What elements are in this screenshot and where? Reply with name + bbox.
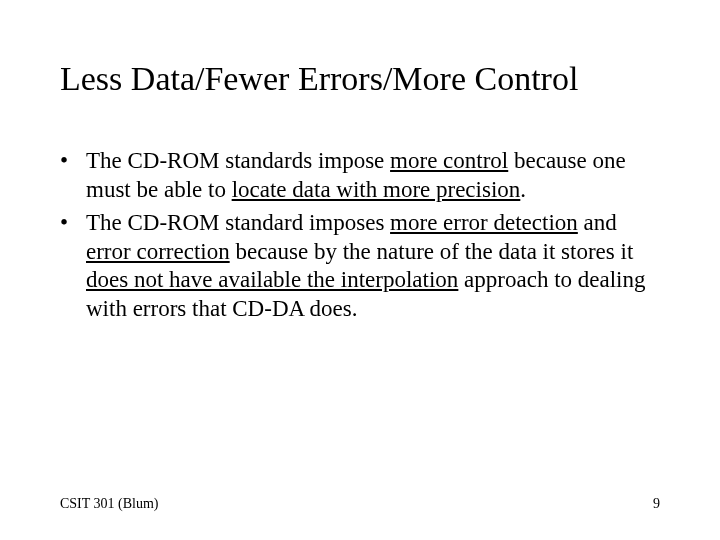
text-run: and bbox=[578, 210, 617, 235]
bullet-dot: • bbox=[60, 209, 86, 324]
slide-title: Less Data/Fewer Errors/More Control bbox=[60, 60, 660, 97]
bullet-dot: • bbox=[60, 147, 86, 205]
text-run: The CD-ROM standard imposes bbox=[86, 210, 390, 235]
underline-run: error correction bbox=[86, 239, 230, 264]
bullet-text: The CD-ROM standards impose more control… bbox=[86, 147, 660, 205]
slide-number: 9 bbox=[653, 496, 660, 512]
bullet-text: The CD-ROM standard imposes more error d… bbox=[86, 209, 660, 324]
underline-run: more control bbox=[390, 148, 508, 173]
underline-run: locate data with more precision bbox=[232, 177, 521, 202]
underline-run: does not have available the interpolatio… bbox=[86, 267, 458, 292]
text-run: The CD-ROM standards impose bbox=[86, 148, 390, 173]
slide: Less Data/Fewer Errors/More Control • Th… bbox=[0, 0, 720, 540]
underline-run: more error detection bbox=[390, 210, 578, 235]
text-run: . bbox=[520, 177, 526, 202]
text-run: because by the nature of the data it sto… bbox=[230, 239, 634, 264]
bullet-item: • The CD-ROM standard imposes more error… bbox=[60, 209, 660, 324]
footer-left: CSIT 301 (Blum) bbox=[60, 496, 159, 512]
slide-body: • The CD-ROM standards impose more contr… bbox=[60, 147, 660, 324]
slide-footer: CSIT 301 (Blum) 9 bbox=[60, 496, 660, 512]
bullet-item: • The CD-ROM standards impose more contr… bbox=[60, 147, 660, 205]
